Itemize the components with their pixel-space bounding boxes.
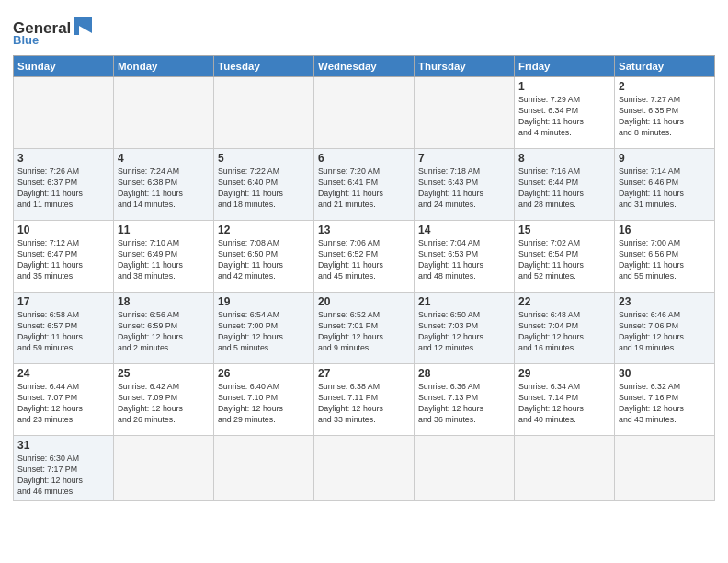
day-number: 19: [218, 295, 310, 308]
day-info: Sunrise: 6:40 AM Sunset: 7:10 PM Dayligh…: [218, 382, 310, 426]
day-number: 20: [318, 295, 410, 308]
day-info: Sunrise: 6:44 AM Sunset: 7:07 PM Dayligh…: [17, 382, 109, 426]
day-info: Sunrise: 6:42 AM Sunset: 7:09 PM Dayligh…: [118, 382, 210, 426]
day-info: Sunrise: 7:20 AM Sunset: 6:41 PM Dayligh…: [318, 167, 410, 211]
day-info: Sunrise: 7:22 AM Sunset: 6:40 PM Dayligh…: [218, 167, 310, 211]
day-info: Sunrise: 7:18 AM Sunset: 6:43 PM Dayligh…: [418, 167, 510, 211]
day-info: Sunrise: 7:04 AM Sunset: 6:53 PM Dayligh…: [418, 238, 510, 282]
calendar-cell: [214, 77, 314, 149]
svg-marker-1: [79, 17, 92, 33]
day-info: Sunrise: 6:30 AM Sunset: 7:17 PM Dayligh…: [17, 454, 109, 498]
day-number: 3: [17, 152, 109, 165]
calendar-cell: [515, 436, 615, 501]
calendar-cell: 24Sunrise: 6:44 AM Sunset: 7:07 PM Dayli…: [14, 364, 114, 436]
weekday-header-friday: Friday: [515, 56, 615, 77]
week-row-6: 31Sunrise: 6:30 AM Sunset: 7:17 PM Dayli…: [14, 436, 715, 501]
calendar-cell: 3Sunrise: 7:26 AM Sunset: 6:37 PM Daylig…: [14, 149, 114, 221]
calendar-cell: 5Sunrise: 7:22 AM Sunset: 6:40 PM Daylig…: [214, 149, 314, 221]
day-number: 17: [17, 295, 109, 308]
calendar-cell: 18Sunrise: 6:56 AM Sunset: 6:59 PM Dayli…: [114, 293, 214, 364]
day-info: Sunrise: 7:29 AM Sunset: 6:34 PM Dayligh…: [518, 95, 610, 139]
day-info: Sunrise: 7:10 AM Sunset: 6:49 PM Dayligh…: [118, 238, 210, 282]
calendar-cell: 14Sunrise: 7:04 AM Sunset: 6:53 PM Dayli…: [415, 221, 515, 293]
day-number: 13: [318, 224, 410, 236]
day-number: 15: [518, 224, 610, 236]
day-number: 14: [418, 224, 510, 236]
calendar-cell: [214, 436, 314, 501]
calendar-cell: 31Sunrise: 6:30 AM Sunset: 7:17 PM Dayli…: [14, 436, 114, 501]
calendar-cell: 4Sunrise: 7:24 AM Sunset: 6:38 PM Daylig…: [114, 149, 214, 221]
day-number: 26: [218, 367, 310, 380]
logo: General Blue: [13, 13, 96, 50]
day-info: Sunrise: 6:48 AM Sunset: 7:04 PM Dayligh…: [518, 310, 610, 354]
day-number: 12: [218, 224, 310, 236]
day-info: Sunrise: 7:16 AM Sunset: 6:44 PM Dayligh…: [518, 167, 610, 211]
day-info: Sunrise: 6:56 AM Sunset: 6:59 PM Dayligh…: [118, 310, 210, 354]
calendar-cell: 20Sunrise: 6:52 AM Sunset: 7:01 PM Dayli…: [314, 293, 415, 364]
day-info: Sunrise: 6:38 AM Sunset: 7:11 PM Dayligh…: [318, 382, 410, 426]
day-info: Sunrise: 7:02 AM Sunset: 6:54 PM Dayligh…: [518, 238, 610, 282]
calendar-cell: [615, 436, 715, 501]
day-number: 31: [17, 439, 109, 452]
header: General Blue: [13, 9, 715, 50]
week-row-2: 3Sunrise: 7:26 AM Sunset: 6:37 PM Daylig…: [14, 149, 715, 221]
day-number: 21: [418, 295, 510, 308]
calendar-cell: 16Sunrise: 7:00 AM Sunset: 6:56 PM Dayli…: [615, 221, 715, 293]
day-info: Sunrise: 6:58 AM Sunset: 6:57 PM Dayligh…: [17, 310, 109, 354]
day-number: 1: [518, 80, 610, 93]
calendar-cell: 22Sunrise: 6:48 AM Sunset: 7:04 PM Dayli…: [515, 293, 615, 364]
svg-marker-2: [74, 17, 79, 35]
week-row-5: 24Sunrise: 6:44 AM Sunset: 7:07 PM Dayli…: [14, 364, 715, 436]
calendar-cell: 13Sunrise: 7:06 AM Sunset: 6:52 PM Dayli…: [314, 221, 415, 293]
day-info: Sunrise: 6:36 AM Sunset: 7:13 PM Dayligh…: [418, 382, 510, 426]
day-number: 10: [17, 224, 109, 236]
calendar-cell: 23Sunrise: 6:46 AM Sunset: 7:06 PM Dayli…: [615, 293, 715, 364]
weekday-header-thursday: Thursday: [415, 56, 515, 77]
day-info: Sunrise: 6:50 AM Sunset: 7:03 PM Dayligh…: [418, 310, 510, 354]
calendar-cell: 9Sunrise: 7:14 AM Sunset: 6:46 PM Daylig…: [615, 149, 715, 221]
calendar-cell: 30Sunrise: 6:32 AM Sunset: 7:16 PM Dayli…: [615, 364, 715, 436]
calendar-cell: [415, 77, 515, 149]
week-row-4: 17Sunrise: 6:58 AM Sunset: 6:57 PM Dayli…: [14, 293, 715, 364]
day-info: Sunrise: 7:06 AM Sunset: 6:52 PM Dayligh…: [318, 238, 410, 282]
day-number: 18: [118, 295, 210, 308]
day-number: 2: [619, 80, 711, 93]
day-number: 7: [418, 152, 510, 165]
calendar-table: SundayMondayTuesdayWednesdayThursdayFrid…: [13, 55, 715, 501]
day-number: 4: [118, 152, 210, 165]
calendar-cell: [314, 436, 415, 501]
calendar-cell: 15Sunrise: 7:02 AM Sunset: 6:54 PM Dayli…: [515, 221, 615, 293]
calendar-cell: 17Sunrise: 6:58 AM Sunset: 6:57 PM Dayli…: [14, 293, 114, 364]
weekday-header-tuesday: Tuesday: [214, 56, 314, 77]
day-number: 28: [418, 367, 510, 380]
calendar-cell: 29Sunrise: 6:34 AM Sunset: 7:14 PM Dayli…: [515, 364, 615, 436]
calendar-cell: [14, 77, 114, 149]
calendar-cell: 27Sunrise: 6:38 AM Sunset: 7:11 PM Dayli…: [314, 364, 415, 436]
day-info: Sunrise: 7:24 AM Sunset: 6:38 PM Dayligh…: [118, 167, 210, 211]
day-info: Sunrise: 6:34 AM Sunset: 7:14 PM Dayligh…: [518, 382, 610, 426]
calendar-cell: [114, 436, 214, 501]
week-row-1: 1Sunrise: 7:29 AM Sunset: 6:34 PM Daylig…: [14, 77, 715, 149]
day-number: 27: [318, 367, 410, 380]
calendar-cell: [114, 77, 214, 149]
calendar-cell: 1Sunrise: 7:29 AM Sunset: 6:34 PM Daylig…: [515, 77, 615, 149]
calendar-cell: 21Sunrise: 6:50 AM Sunset: 7:03 PM Dayli…: [415, 293, 515, 364]
day-number: 29: [518, 367, 610, 380]
day-info: Sunrise: 7:08 AM Sunset: 6:50 PM Dayligh…: [218, 238, 310, 282]
calendar-cell: 7Sunrise: 7:18 AM Sunset: 6:43 PM Daylig…: [415, 149, 515, 221]
day-info: Sunrise: 7:27 AM Sunset: 6:35 PM Dayligh…: [619, 95, 711, 139]
day-info: Sunrise: 7:00 AM Sunset: 6:56 PM Dayligh…: [619, 238, 711, 282]
page: General Blue SundayMondayTuesdayWednesda…: [0, 0, 728, 507]
day-number: 11: [118, 224, 210, 236]
logo-area: General Blue: [13, 13, 96, 50]
calendar-cell: [415, 436, 515, 501]
day-info: Sunrise: 6:46 AM Sunset: 7:06 PM Dayligh…: [619, 310, 711, 354]
weekday-header-wednesday: Wednesday: [314, 56, 415, 77]
day-number: 6: [318, 152, 410, 165]
day-info: Sunrise: 6:32 AM Sunset: 7:16 PM Dayligh…: [619, 382, 711, 426]
calendar-cell: 12Sunrise: 7:08 AM Sunset: 6:50 PM Dayli…: [214, 221, 314, 293]
calendar-cell: 10Sunrise: 7:12 AM Sunset: 6:47 PM Dayli…: [14, 221, 114, 293]
calendar-cell: 2Sunrise: 7:27 AM Sunset: 6:35 PM Daylig…: [615, 77, 715, 149]
day-number: 25: [118, 367, 210, 380]
day-number: 23: [619, 295, 711, 308]
